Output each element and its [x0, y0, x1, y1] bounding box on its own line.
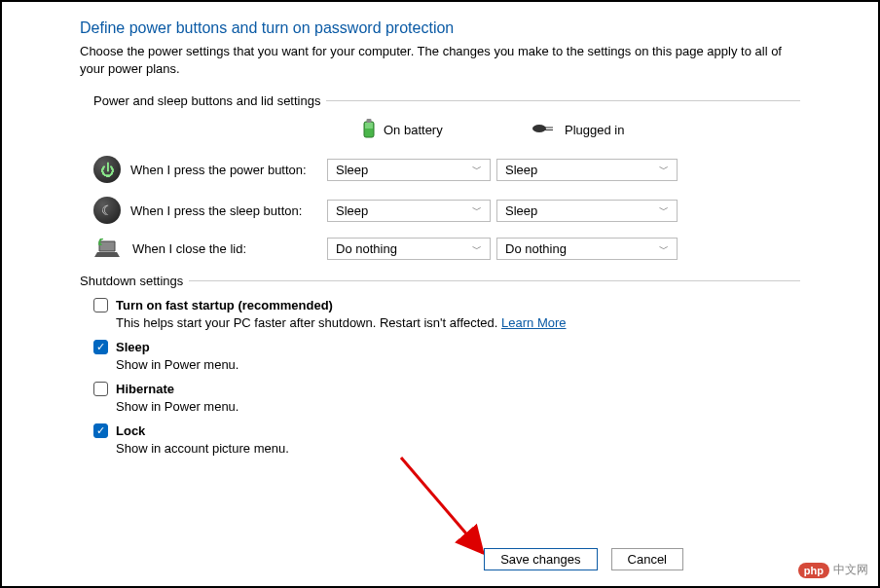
page-subtitle: Choose the power settings that you want … — [80, 43, 800, 78]
watermark: php 中文网 — [798, 562, 868, 578]
chevron-down-icon: ﹀ — [472, 242, 482, 256]
svg-rect-5 — [543, 129, 553, 130]
chevron-down-icon: ﹀ — [659, 163, 669, 176]
shutdown-item-lock: ✓ Lock Show in account picture menu. — [93, 423, 800, 456]
battery-icon — [362, 118, 376, 142]
dropdown-sleep-plugged[interactable]: Sleep ﹀ — [496, 200, 678, 222]
row-power-button: ⏻ When I press the power button: Sleep ﹀… — [93, 156, 800, 183]
cancel-button[interactable]: Cancel — [611, 548, 683, 570]
svg-rect-1 — [367, 119, 372, 123]
laptop-lid-icon — [93, 239, 123, 260]
chevron-down-icon: ﹀ — [472, 203, 482, 217]
dropdown-power-battery[interactable]: Sleep ﹀ — [327, 159, 491, 181]
column-header-battery: On battery — [327, 118, 491, 142]
page-title: Define power buttons and turn on passwor… — [80, 19, 800, 37]
shutdown-item-sleep: ✓ Sleep Show in Power menu. — [93, 340, 800, 372]
moon-icon: ☾ — [93, 197, 121, 224]
checkbox-lock[interactable]: ✓ — [93, 423, 108, 438]
column-header-plugged: Plugged in — [496, 122, 678, 138]
chevron-down-icon: ﹀ — [472, 163, 482, 176]
dropdown-lid-battery[interactable]: Do nothing ﹀ — [327, 238, 491, 260]
power-icon: ⏻ — [93, 156, 121, 183]
row-sleep-button: ☾ When I press the sleep button: Sleep ﹀… — [93, 197, 800, 224]
svg-rect-2 — [365, 123, 373, 129]
learn-more-link[interactable]: Learn More — [501, 315, 566, 330]
dropdown-power-plugged[interactable]: Sleep ﹀ — [496, 159, 678, 181]
dropdown-lid-plugged[interactable]: Do nothing ﹀ — [496, 238, 678, 260]
svg-rect-4 — [543, 128, 553, 129]
shutdown-item-fast-startup: Turn on fast startup (recommended) This … — [93, 298, 800, 330]
chevron-down-icon: ﹀ — [659, 203, 669, 217]
checkbox-fast-startup[interactable] — [93, 298, 108, 312]
chevron-down-icon: ﹀ — [659, 242, 669, 256]
checkbox-sleep[interactable]: ✓ — [93, 340, 108, 354]
checkbox-hibernate[interactable] — [93, 382, 108, 396]
row-lid: When I close the lid: Do nothing ﹀ Do no… — [93, 238, 800, 260]
section-buttons-lid-header: Power and sleep buttons and lid settings — [93, 93, 800, 108]
svg-point-3 — [532, 125, 546, 132]
dropdown-sleep-battery[interactable]: Sleep ﹀ — [327, 200, 491, 222]
shutdown-item-hibernate: Hibernate Show in Power menu. — [93, 382, 800, 414]
section-shutdown-header: Shutdown settings — [80, 274, 800, 288]
save-button[interactable]: Save changes — [484, 548, 597, 570]
svg-line-6 — [401, 458, 483, 553]
plug-icon — [532, 122, 557, 138]
